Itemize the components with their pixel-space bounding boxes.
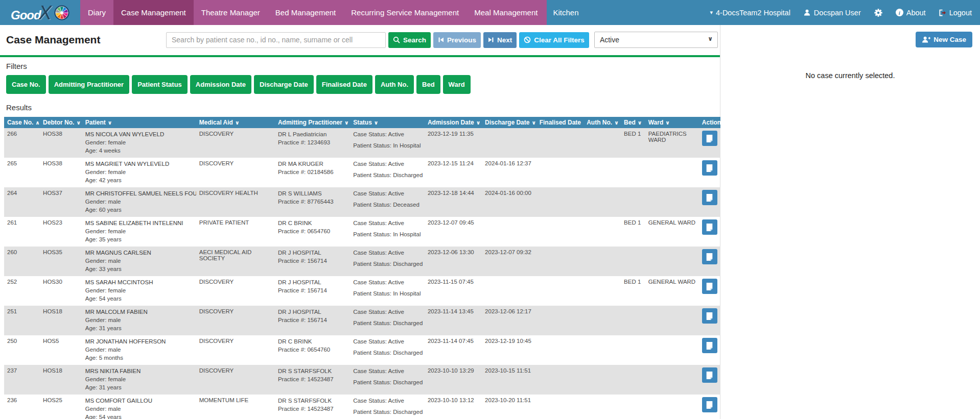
about-button[interactable]: i About (896, 9, 926, 17)
case-status-select[interactable]: Active (594, 32, 718, 48)
case-detail-panel: New Case No case currently selected. (720, 25, 980, 419)
column-header-admitting-practitioner[interactable]: Admitting Practitioner∨ (275, 117, 350, 128)
cell-debtor-no: HOS5 (40, 335, 82, 365)
document-icon (706, 164, 713, 172)
column-header-patient[interactable]: Patient∨ (82, 117, 196, 128)
cell-actions (699, 306, 720, 335)
previous-button[interactable]: Previous (433, 32, 481, 48)
column-header-ward[interactable]: Ward∨ (645, 117, 699, 128)
column-header-debtor-no[interactable]: Debtor No.∨ (40, 117, 82, 128)
search-input[interactable] (166, 32, 386, 48)
column-header-status[interactable]: Status∨ (350, 117, 425, 128)
column-header-case-no[interactable]: Case No.∧ (4, 117, 40, 128)
info-icon: i (896, 9, 903, 16)
cell-debtor-no: HOS18 (40, 306, 82, 335)
filter-button-admission-date[interactable]: Admission Date (190, 75, 251, 94)
cell-case-no: 264 (4, 187, 40, 217)
open-case-button[interactable] (702, 219, 717, 235)
cell-practitioner: DR S STARFSFOLK Practice #: 14523487 (275, 365, 350, 395)
table-row[interactable]: 252 HOS30 MS SARAH MCCINTOSH Gender: fem… (4, 276, 720, 306)
table-row[interactable]: 251 HOS18 MR MALCOLM FABIEN Gender: male… (4, 306, 720, 335)
column-header-auth-no[interactable]: Auth No.∨ (584, 117, 621, 128)
cell-bed: BED 1 (621, 276, 645, 306)
filter-button-discharge-date[interactable]: Discharge Date (254, 75, 314, 94)
open-case-button[interactable] (702, 397, 717, 412)
user-plus-icon (922, 36, 930, 43)
nav-item-case-management[interactable]: Case Management (113, 0, 194, 25)
column-header-bed[interactable]: Bed∨ (621, 117, 645, 128)
cell-patient: MS NICOLA VAN WYLEVELD Gender: female Ag… (82, 128, 196, 158)
filter-button-patient-status[interactable]: Patient Status (132, 75, 188, 94)
cell-bed (621, 247, 645, 276)
table-row[interactable]: 264 HOS37 MR CHRISTOFFEL SAMUEL NEELS FO… (4, 187, 720, 217)
user-menu[interactable]: Docspan User (803, 9, 861, 17)
hospital-selector[interactable]: ▾ 4-DocsTeam2 Hospital (710, 9, 790, 17)
cell-medical-aid: DISCOVERY (196, 128, 275, 158)
table-row[interactable]: 236 HOS25 MS COMFORT GAILLOU Gender: mal… (4, 395, 720, 419)
cell-ward (645, 365, 699, 395)
document-icon (706, 371, 713, 380)
document-icon (706, 134, 713, 143)
cell-debtor-no: HOS35 (40, 247, 82, 276)
open-case-button[interactable] (702, 190, 717, 205)
table-row[interactable]: 260 HOS35 MR MAGNUS CARLSEN Gender: male… (4, 247, 720, 276)
filter-button-finalised-date[interactable]: Finalised Date (316, 75, 372, 94)
cell-finalised-date (536, 187, 584, 217)
goodx-logo[interactable]: GoodX (0, 0, 80, 25)
open-case-button[interactable] (702, 367, 717, 383)
filter-button-bed[interactable]: Bed (416, 75, 440, 94)
logout-button[interactable]: Logout (939, 9, 972, 17)
results-table: Case No.∧Debtor No.∨Patient∨Medical Aid∨… (4, 117, 720, 419)
cell-bed (621, 395, 645, 419)
open-case-button[interactable] (702, 279, 717, 294)
caret-down-icon: ▾ (710, 9, 713, 16)
column-header-actions[interactable]: Actions (699, 117, 720, 128)
open-case-button[interactable] (702, 338, 717, 353)
filter-button-ward[interactable]: Ward (443, 75, 471, 94)
nav-item-bed-management[interactable]: Bed Management (268, 0, 343, 25)
cell-medical-aid: DISCOVERY (196, 276, 275, 306)
user-icon (803, 9, 811, 16)
settings-button[interactable] (874, 8, 883, 17)
nav-item-theatre-manager[interactable]: Theatre Manager (194, 0, 268, 25)
table-row[interactable]: 266 HOS38 MS NICOLA VAN WYLEVELD Gender:… (4, 128, 720, 158)
open-case-button[interactable] (702, 308, 717, 324)
cell-finalised-date (536, 128, 584, 158)
table-row[interactable]: 250 HOS5 MR JONATHAN HOFFERSON Gender: m… (4, 335, 720, 365)
cell-auth-no (584, 128, 621, 158)
cell-actions (699, 365, 720, 395)
nav-item-diary[interactable]: Diary (80, 0, 113, 25)
cell-bed (621, 365, 645, 395)
cell-practitioner: DR C BRINK Practice #: 0654760 (275, 217, 350, 247)
open-case-button[interactable] (702, 131, 717, 146)
cell-medical-aid: AECI MEDICAL AID SOCIETY (196, 247, 275, 276)
sort-icon: ∨ (583, 119, 584, 126)
nav-item-meal-management[interactable]: Meal Management (466, 0, 545, 25)
case-list-panel: Case Management Search Previous Next (0, 25, 720, 419)
column-header-finalised-date[interactable]: Finalised Date∨ (536, 117, 584, 128)
filter-button-case-no[interactable]: Case No. (6, 75, 46, 94)
open-case-button[interactable] (702, 249, 717, 264)
nav-item-recurring-service-management[interactable]: Recurring Service Management (343, 0, 466, 25)
sort-icon: ∨ (344, 119, 349, 126)
column-header-medical-aid[interactable]: Medical Aid∨ (196, 117, 275, 128)
page-title: Case Management (6, 34, 166, 46)
cell-medical-aid: DISCOVERY (196, 365, 275, 395)
cell-practitioner: DR J HOSPITAL Practice #: 156714 (275, 306, 350, 335)
skip-previous-icon (438, 37, 444, 43)
table-row[interactable]: 265 HOS38 MS MAGRIET VAN WYLEVELD Gender… (4, 158, 720, 187)
column-header-discharge-date[interactable]: Discharge Date∨ (482, 117, 536, 128)
cell-status: Case Status: Active Patient Status: Dece… (350, 187, 425, 217)
table-row[interactable]: 261 HOS23 MS SABINE ELIZABETH INTELENNI … (4, 217, 720, 247)
search-button[interactable]: Search (388, 32, 431, 48)
open-case-button[interactable] (702, 160, 717, 176)
results-body: 266 HOS38 MS NICOLA VAN WYLEVELD Gender:… (4, 128, 720, 419)
filter-button-auth-no[interactable]: Auth No. (375, 75, 414, 94)
cell-medical-aid: DISCOVERY (196, 158, 275, 187)
clear-all-filters-button[interactable]: Clear All Filters (519, 32, 589, 48)
table-row[interactable]: 237 HOS18 MRS NIKITA FABIEN Gender: fema… (4, 365, 720, 395)
new-case-button[interactable]: New Case (916, 32, 972, 47)
column-header-admission-date[interactable]: Admission Date∨ (425, 117, 482, 128)
next-button[interactable]: Next (483, 32, 517, 48)
filter-button-admitting-practitioner[interactable]: Admitting Practitioner (49, 75, 130, 94)
